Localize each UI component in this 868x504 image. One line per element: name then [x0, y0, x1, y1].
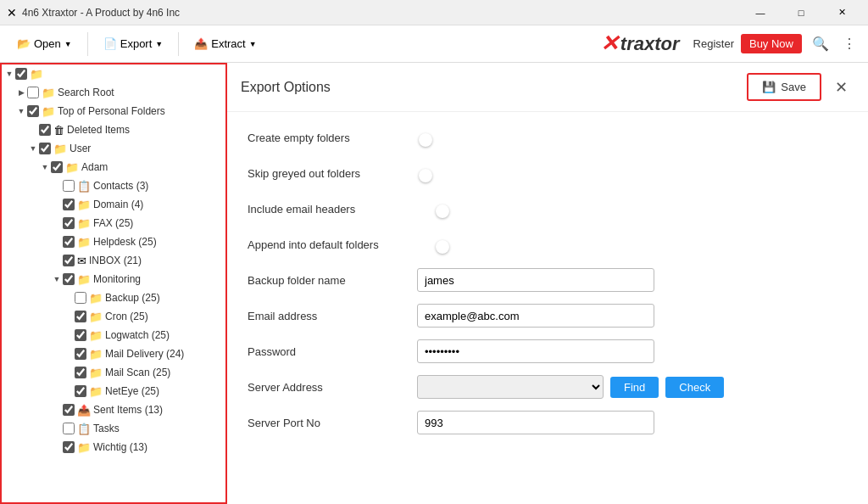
control-include-email-headers — [417, 203, 848, 216]
input-email-address[interactable] — [417, 304, 654, 328]
control-skip-greyed-folders — [417, 167, 848, 180]
label-user: User — [70, 143, 91, 154]
check-button[interactable]: Check — [665, 377, 724, 398]
tree-deleted-items[interactable]: 🗑 Deleted Items — [2, 120, 225, 139]
folder-icon-domain: 📁 — [77, 199, 91, 211]
tree-tasks[interactable]: 📋 Tasks — [2, 419, 225, 438]
toggle-personal-folders[interactable]: ▼ — [15, 105, 27, 117]
tree-panel: ▼ 📁 ▶ 📁 Search Root ▼ 📁 Top of Personal … — [0, 63, 227, 504]
tree-user[interactable]: ▼ 📁 User — [2, 139, 225, 158]
cb-adam[interactable] — [51, 161, 63, 173]
cb-search-root[interactable] — [27, 87, 39, 98]
cb-personal-folders[interactable] — [27, 105, 39, 117]
tree-wichtig[interactable]: 📁 Wichtig (13) — [2, 438, 225, 456]
window-close-button[interactable]: ✕ — [822, 0, 861, 25]
close-export-button[interactable]: ✕ — [828, 75, 854, 100]
cb-deleted[interactable] — [39, 124, 51, 136]
export-header: Export Options 💾 Save ✕ — [227, 63, 868, 112]
cb-logwatch[interactable] — [75, 329, 86, 341]
control-password — [417, 339, 848, 363]
label-backup: Backup (25) — [105, 292, 160, 304]
cb-backup[interactable] — [75, 292, 86, 304]
row-append-default-folders: Append into default folders — [248, 232, 848, 256]
toolbar-right-buttons: Register Buy Now 🔍 ⋮ — [693, 32, 860, 55]
tree-helpdesk[interactable]: 📁 Helpdesk (25) — [2, 232, 225, 251]
input-backup-folder-name[interactable] — [417, 268, 654, 292]
find-button[interactable]: Find — [610, 377, 659, 398]
tree-neteye[interactable]: 📁 NetEye (25) — [2, 382, 225, 400]
label-backup-folder-name: Backup folder name — [248, 274, 417, 287]
export-button[interactable]: 📄 Export ▼ — [95, 32, 172, 55]
label-neteye: NetEye (25) — [105, 385, 159, 397]
extract-label: Extract — [211, 37, 245, 50]
tree-personal-folders[interactable]: ▼ 📁 Top of Personal Folders — [2, 102, 225, 120]
label-monitoring: Monitoring — [93, 273, 141, 285]
logo-text: traxtor — [620, 33, 680, 55]
folder-icon-cron: 📁 — [89, 311, 103, 323]
cb-wichtig[interactable] — [63, 441, 75, 453]
tree-inbox[interactable]: ✉ INBOX (21) — [2, 251, 225, 270]
title-bar-text: 4n6 Xtraxtor - A Product by 4n6 Inc — [22, 7, 741, 19]
cb-monitoring[interactable] — [63, 273, 75, 285]
more-options-button[interactable]: ⋮ — [839, 32, 860, 55]
minimize-button[interactable]: — — [741, 0, 780, 25]
toggle-user[interactable]: ▼ — [27, 143, 39, 154]
extract-button[interactable]: 📤 Extract ▼ — [186, 32, 264, 55]
toggle-search-root[interactable]: ▶ — [15, 87, 27, 98]
tree-cron[interactable]: 📁 Cron (25) — [2, 307, 225, 326]
label-sentitems: Sent Items (13) — [93, 404, 163, 416]
cb-domain[interactable] — [63, 199, 75, 210]
row-password: Password — [248, 339, 848, 363]
cb-helpdesk[interactable] — [63, 236, 75, 248]
toggle-adam[interactable]: ▼ — [39, 161, 51, 173]
folder-icon-personal: 📁 — [42, 105, 55, 118]
tree-logwatch[interactable]: 📁 Logwatch (25) — [2, 326, 225, 344]
cb-root-top[interactable] — [15, 68, 27, 80]
cb-cron[interactable] — [75, 311, 86, 322]
save-button[interactable]: 💾 Save — [747, 73, 821, 101]
toggle-monitoring[interactable]: ▼ — [51, 273, 63, 285]
cb-contacts[interactable] — [63, 180, 75, 192]
cb-neteye[interactable] — [75, 385, 86, 397]
tree-sentitems[interactable]: 📤 Sent Items (13) — [2, 400, 225, 419]
cb-maildelivery[interactable] — [75, 348, 86, 360]
toggle-root-top[interactable]: ▼ — [3, 68, 15, 80]
tree-maildelivery[interactable]: 📁 Mail Delivery (24) — [2, 344, 225, 363]
input-password[interactable] — [417, 339, 654, 363]
select-server-address[interactable] — [417, 375, 604, 399]
tree-fax[interactable]: 📁 FAX (25) — [2, 214, 225, 232]
toolbar: 📂 Open ▼ 📄 Export ▼ 📤 Extract ▼ ✕ traxto… — [0, 25, 868, 63]
folder-icon-neteye: 📁 — [89, 385, 103, 398]
tree-search-root[interactable]: ▶ 📁 Search Root — [2, 83, 225, 102]
cb-mailscan[interactable] — [75, 367, 86, 378]
label-create-empty-folders: Create empty folders — [248, 132, 417, 144]
open-button[interactable]: 📂 Open ▼ — [8, 32, 81, 55]
tree-contacts[interactable]: 📋 Contacts (3) — [2, 176, 225, 195]
tree-domain[interactable]: 📁 Domain (4) — [2, 195, 225, 214]
tree-monitoring[interactable]: ▼ 📁 Monitoring — [2, 270, 225, 288]
export-title: Export Options — [241, 80, 747, 95]
tree-adam[interactable]: ▼ 📁 Adam — [2, 158, 225, 176]
row-skip-greyed-folders: Skip greyed out folders — [248, 161, 848, 185]
cb-fax[interactable] — [63, 217, 75, 229]
export-dropdown-icon: ▼ — [155, 40, 163, 48]
buy-now-link[interactable]: Buy Now — [741, 34, 802, 53]
tree-root-top[interactable]: ▼ 📁 — [2, 64, 225, 83]
cb-user[interactable] — [39, 143, 51, 154]
search-icon-button[interactable]: 🔍 — [809, 32, 832, 55]
label-wichtig: Wichtig (13) — [93, 441, 147, 453]
maximize-button[interactable]: □ — [782, 0, 821, 25]
tree-backup[interactable]: 📁 Backup (25) — [2, 288, 225, 307]
folder-icon-backup: 📁 — [89, 292, 103, 305]
export-panel: Export Options 💾 Save ✕ Create empty fol… — [227, 63, 868, 504]
cb-sentitems[interactable] — [63, 404, 75, 416]
label-logwatch: Logwatch (25) — [105, 329, 170, 341]
cb-tasks[interactable] — [63, 423, 75, 434]
input-server-port[interactable] — [417, 411, 654, 434]
label-skip-greyed-folders: Skip greyed out folders — [248, 167, 417, 180]
register-link[interactable]: Register — [693, 37, 734, 50]
cb-inbox[interactable] — [63, 255, 75, 266]
open-label: Open — [34, 37, 61, 50]
open-dropdown-icon: ▼ — [64, 40, 72, 48]
tree-mailscan[interactable]: 📁 Mail Scan (25) — [2, 363, 225, 382]
